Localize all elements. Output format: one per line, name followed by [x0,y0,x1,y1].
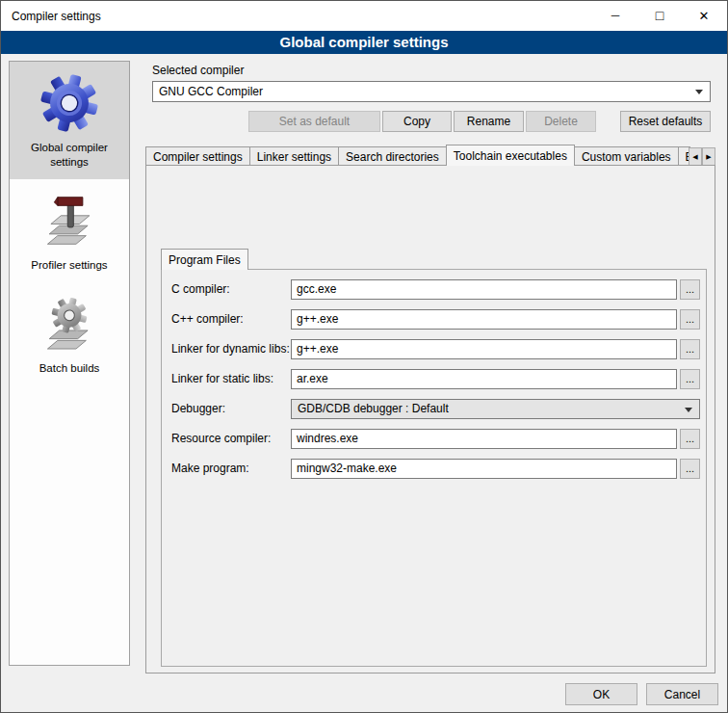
debugger-row: Debugger: GDB/CDB debugger : Default [162,399,706,419]
delete-button[interactable]: Delete [526,111,596,132]
cpp-compiler-value: g++.exe [297,312,338,326]
settings-tabbar: Compiler settings Linker settings Search… [145,145,690,166]
selected-compiler-label: Selected compiler [152,64,244,77]
tab-custom-variables[interactable]: Custom variables [574,146,679,166]
resource-compiler-browse-button[interactable]: ... [680,429,700,449]
settings-category-list: Global compiler settings Profiler settin… [9,61,130,666]
sidebar-item-label: Profiler settings [13,258,126,273]
static-linker-browse-button[interactable]: ... [680,369,700,389]
tab-toolchain-executables[interactable]: Toolchain executables [446,145,575,166]
set-as-default-button[interactable]: Set as default [248,111,380,132]
c-compiler-label: C compiler: [171,279,230,300]
compiler-select[interactable]: GNU GCC Compiler [152,81,711,102]
dynamic-linker-value: g++.exe [297,342,338,356]
window-controls: ─ □ ✕ [593,1,726,30]
minimize-icon[interactable]: ─ [593,1,637,30]
close-icon[interactable]: ✕ [682,1,726,30]
tab-linker-settings[interactable]: Linker settings [249,146,339,166]
static-linker-input[interactable]: ar.exe [291,369,677,389]
compiler-settings-dialog: Compiler settings ─ □ ✕ Global compiler … [0,0,728,713]
blue-gear-icon [37,71,102,135]
copy-button[interactable]: Copy [382,111,452,132]
cancel-button[interactable]: Cancel [646,683,718,705]
make-program-browse-button[interactable]: ... [680,459,700,479]
titlebar[interactable]: Compiler settings ─ □ ✕ [1,1,727,31]
ok-button[interactable]: OK [565,683,637,705]
cpp-compiler-label: C++ compiler: [171,309,244,330]
dynamic-linker-label: Linker for dynamic libs: [171,339,290,359]
cpp-compiler-input[interactable]: g++.exe [291,309,677,330]
cpp-compiler-browse-button[interactable]: ... [680,309,700,330]
cpp-compiler-row: C++ compiler: g++.exe ... [162,309,706,330]
sidebar-item-label: Global compiler settings [13,141,126,170]
tab-search-directories[interactable]: Search directories [338,146,447,166]
dialog-header: Global compiler settings [1,31,727,54]
resource-compiler-label: Resource compiler: [171,429,271,449]
compiler-select-value: GNU GCC Compiler [159,85,263,98]
debugger-value: GDB/CDB debugger : Default [298,402,449,415]
resource-compiler-value: windres.exe [297,432,358,445]
make-program-row: Make program: mingw32-make.exe ... [162,459,706,479]
debugger-select[interactable]: GDB/CDB debugger : Default [291,399,700,419]
reset-defaults-button[interactable]: Reset defaults [620,111,711,132]
sidebar-item-label: Batch builds [13,361,126,376]
dynamic-linker-input[interactable]: g++.exe [291,339,677,359]
static-linker-value: ar.exe [297,372,328,385]
make-program-label: Make program: [171,459,249,479]
dynamic-linker-browse-button[interactable]: ... [680,339,700,359]
rename-button[interactable]: Rename [454,111,524,132]
window-title: Compiler settings [12,10,101,23]
debugger-label: Debugger: [171,399,225,419]
chevron-down-icon [695,90,703,94]
chevron-down-icon [685,408,692,412]
sidebar-item-batch-builds[interactable]: Batch builds [10,282,129,385]
tab-compiler-settings[interactable]: Compiler settings [145,146,250,166]
program-files-panel: C compiler: gcc.exe ... C++ compiler: g+… [161,269,707,667]
resource-compiler-row: Resource compiler: windres.exe ... [162,429,706,449]
tab-scroll-left-icon[interactable]: ◀ [689,147,702,166]
tab-program-files[interactable]: Program Files [161,249,248,270]
static-linker-label: Linker for static libs: [171,369,273,389]
make-program-value: mingw32-make.exe [297,462,397,475]
make-program-input[interactable]: mingw32-make.exe [291,459,677,479]
c-compiler-browse-button[interactable]: ... [680,279,700,300]
c-compiler-row: C compiler: gcc.exe ... [162,279,706,300]
gray-gear-stack-icon [37,292,102,356]
sidebar-item-profiler-settings[interactable]: Profiler settings [10,179,129,282]
c-compiler-value: gcc.exe [297,282,336,296]
c-compiler-input[interactable]: gcc.exe [291,279,677,300]
maximize-icon[interactable]: □ [637,1,682,30]
resource-compiler-input[interactable]: windres.exe [291,429,677,449]
dynamic-linker-row: Linker for dynamic libs: g++.exe ... [162,339,706,359]
profiler-tool-icon [37,189,102,252]
sidebar-item-global-compiler-settings[interactable]: Global compiler settings [10,62,129,179]
tab-scroll-right-icon[interactable]: ▶ [702,147,715,166]
tab-scroll-buttons: ◀ ▶ [689,147,715,166]
static-linker-row: Linker for static libs: ar.exe ... [162,369,706,389]
